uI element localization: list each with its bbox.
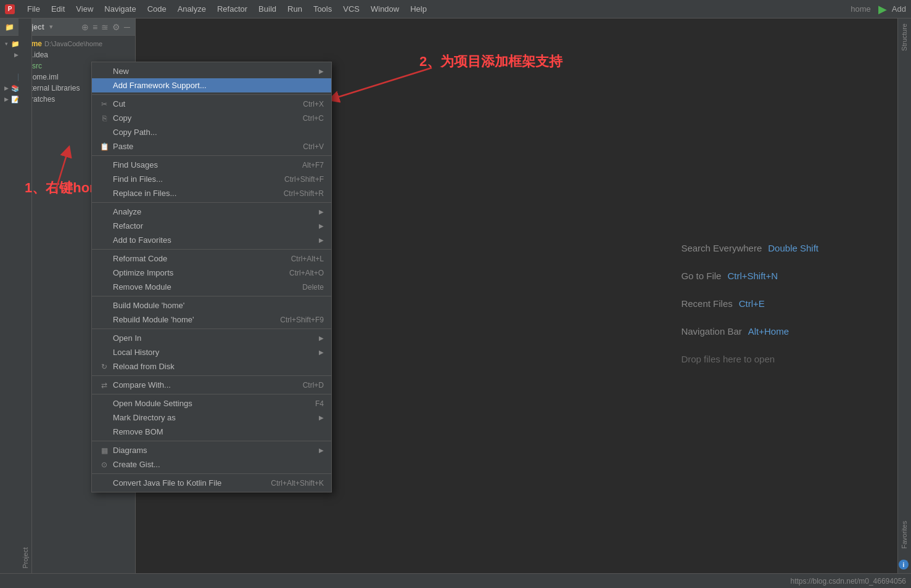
- cm-item-build-module[interactable]: Build Module 'home': [92, 298, 331, 312]
- cm-label-optimize: Optimize Imports: [113, 268, 277, 277]
- cm-item-reload-disk[interactable]: ↻Reload from Disk: [92, 359, 331, 374]
- cm-separator-sep7: [92, 375, 331, 376]
- cm-label-build-module: Build Module 'home': [113, 301, 324, 310]
- cm-item-open-in[interactable]: Open In▶: [92, 331, 331, 345]
- menu-item-navigate[interactable]: Navigate: [99, 2, 141, 15]
- menu-item-window[interactable]: Window: [366, 2, 404, 15]
- cm-item-optimize[interactable]: Optimize ImportsCtrl+Alt+O: [92, 266, 331, 280]
- goto-key: Ctrl+Shift+N: [727, 271, 778, 281]
- cm-separator-sep4: [92, 249, 331, 250]
- cm-submenu-arrow-analyze: ▶: [319, 208, 324, 215]
- cm-submenu-arrow-mark-directory: ▶: [319, 414, 324, 421]
- add-label[interactable]: Add: [892, 4, 906, 14]
- cm-item-remove-module[interactable]: Remove ModuleDelete: [92, 280, 331, 294]
- cm-item-paste[interactable]: 📋PasteCtrl+V: [92, 139, 331, 153]
- cm-item-mark-directory[interactable]: Mark Directory as▶: [92, 410, 331, 425]
- cm-submenu-arrow-diagrams: ▶: [319, 447, 324, 454]
- menu-item-edit[interactable]: Edit: [46, 2, 70, 15]
- left-panels: Project: [19, 18, 32, 573]
- cm-label-refactor: Refactor: [113, 221, 314, 231]
- cm-item-rebuild-module[interactable]: Rebuild Module 'home'Ctrl+Shift+F9: [92, 312, 331, 327]
- scroll-icon[interactable]: ≡: [93, 22, 97, 32]
- cm-item-diagrams[interactable]: ▦Diagrams▶: [92, 443, 331, 457]
- right-sidebar: Structure Favorites ★: [897, 18, 911, 573]
- cm-item-open-module-settings[interactable]: Open Module SettingsF4: [92, 396, 331, 410]
- cm-item-copy-path[interactable]: Copy Path...: [92, 125, 331, 139]
- cm-separator-sep2: [92, 155, 331, 156]
- cm-item-analyze[interactable]: Analyze▶: [92, 205, 331, 219]
- expand-icon[interactable]: ≊: [101, 22, 109, 32]
- tree-label-src: src: [32, 62, 42, 70]
- cm-icon-create-gist: ⊙: [99, 460, 109, 469]
- search-label: Search Everywhere: [681, 243, 762, 253]
- cm-label-remove-module: Remove Module: [113, 282, 290, 292]
- cm-submenu-arrow-new: ▶: [319, 68, 324, 75]
- cm-label-copy: Copy: [113, 113, 291, 123]
- cm-shortcut-rebuild-module: Ctrl+Shift+F9: [280, 316, 324, 324]
- menu-item-analyze[interactable]: Analyze: [173, 2, 211, 15]
- cm-separator-sep5: [92, 296, 331, 296]
- cm-shortcut-reformat: Ctrl+Alt+L: [291, 255, 324, 263]
- cm-shortcut-convert-kotlin: Ctrl+Alt+Shift+K: [271, 479, 324, 488]
- cm-separator-sep1: [92, 94, 331, 95]
- menu-item-vcs[interactable]: VCS: [338, 2, 365, 15]
- project-folder-icon: 📁: [5, 23, 14, 31]
- project-dropdown-icon[interactable]: ▾: [49, 23, 53, 31]
- cm-item-compare-with[interactable]: ⇄Compare With...Ctrl+D: [92, 378, 331, 392]
- shortcuts-panel: Search Everywhere Double Shift Go to Fil…: [681, 243, 818, 364]
- nav-label: Navigation Bar: [681, 326, 741, 337]
- cm-item-new[interactable]: New▶: [92, 64, 331, 78]
- title-bar: P FileEditViewNavigateCodeAnalyzeRefacto…: [0, 0, 911, 18]
- menu-item-file[interactable]: File: [22, 2, 45, 15]
- cm-label-mark-directory: Mark Directory as: [113, 413, 314, 422]
- cm-separator-sep6: [92, 329, 331, 329]
- menu-item-code[interactable]: Code: [142, 2, 171, 15]
- menu-item-view[interactable]: View: [71, 2, 98, 15]
- cm-shortcut-find-files: Ctrl+Shift+F: [284, 175, 324, 184]
- cm-label-diagrams: Diagrams: [113, 446, 314, 455]
- cm-submenu-arrow-refactor: ▶: [319, 223, 324, 229]
- cm-item-find-files[interactable]: Find in Files...Ctrl+Shift+F: [92, 172, 331, 186]
- tree-path-home: D:\JavaCode\home: [44, 40, 102, 47]
- structure-tab[interactable]: Structure: [898, 18, 911, 56]
- cm-label-reload-disk: Reload from Disk: [113, 362, 324, 371]
- cm-item-convert-kotlin[interactable]: Convert Java File to Kotlin FileCtrl+Alt…: [92, 476, 331, 490]
- project-tab[interactable]: Project: [19, 542, 31, 573]
- cm-icon-diagrams: ▦: [99, 446, 109, 455]
- menu-item-build[interactable]: Build: [254, 2, 281, 15]
- cm-label-create-gist: Create Gist...: [113, 460, 324, 469]
- app-logo: P: [5, 4, 15, 14]
- cm-label-local-history: Local History: [113, 348, 314, 357]
- cm-icon-paste: 📋: [99, 142, 109, 151]
- info-badge[interactable]: i: [899, 560, 909, 570]
- cm-item-copy[interactable]: ⎘CopyCtrl+C: [92, 111, 331, 125]
- shortcut-row-nav: Navigation Bar Alt+Home: [681, 326, 818, 337]
- settings-icon[interactable]: ⚙: [112, 22, 120, 32]
- cm-label-rebuild-module: Rebuild Module 'home': [113, 315, 268, 324]
- cm-item-remove-bom[interactable]: Remove BOM: [92, 425, 331, 439]
- cm-item-add-favorites[interactable]: Add to Favorites▶: [92, 233, 331, 247]
- menu-item-refactor[interactable]: Refactor: [212, 2, 252, 15]
- menu-item-run[interactable]: Run: [282, 2, 307, 15]
- cm-item-local-history[interactable]: Local History▶: [92, 345, 331, 359]
- locate-icon[interactable]: ⊕: [81, 22, 89, 32]
- cm-item-replace-files[interactable]: Replace in Files...Ctrl+Shift+R: [92, 186, 331, 200]
- cm-icon-cut: ✂: [99, 100, 109, 108]
- cm-item-add-framework[interactable]: Add Framework Support...: [92, 78, 331, 92]
- cm-item-cut[interactable]: ✂CutCtrl+X: [92, 97, 331, 111]
- cm-shortcut-paste: Ctrl+V: [303, 142, 324, 151]
- cm-item-reformat[interactable]: Reformat CodeCtrl+Alt+L: [92, 251, 331, 266]
- cm-item-create-gist[interactable]: ⊙Create Gist...: [92, 457, 331, 472]
- cm-label-add-framework: Add Framework Support...: [113, 81, 324, 90]
- cm-submenu-arrow-open-in: ▶: [319, 335, 324, 341]
- drop-files-text: Drop files here to open: [681, 354, 818, 364]
- menu-bar: FileEditViewNavigateCodeAnalyzeRefactorB…: [22, 2, 831, 15]
- favorites-tab[interactable]: Favorites: [898, 516, 910, 553]
- cm-item-find-usages[interactable]: Find UsagesAlt+F7: [92, 158, 331, 172]
- menu-item-help[interactable]: Help: [405, 2, 432, 15]
- minimize-icon[interactable]: ─: [124, 22, 130, 32]
- menu-item-tools[interactable]: Tools: [308, 2, 337, 15]
- status-bar: https://blog.csdn.net/m0_46694056: [0, 573, 911, 588]
- run-icon[interactable]: ▶: [878, 2, 887, 16]
- cm-item-refactor[interactable]: Refactor▶: [92, 219, 331, 233]
